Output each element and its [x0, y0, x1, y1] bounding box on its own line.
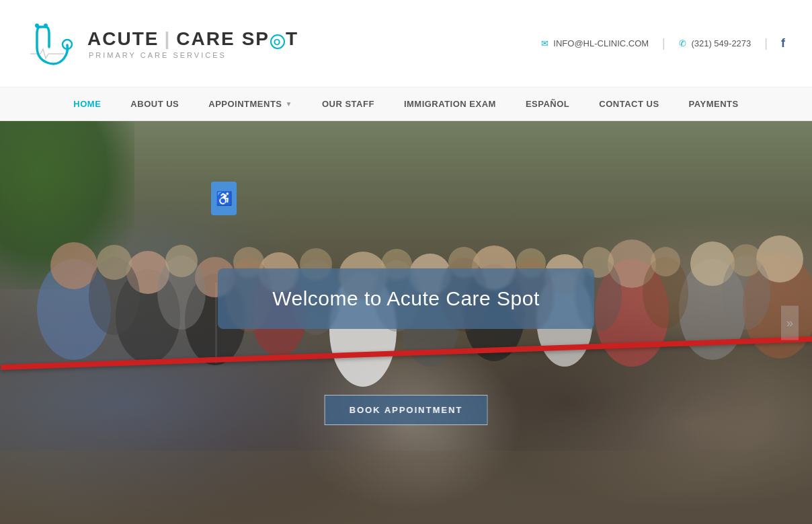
- slider-next-arrow[interactable]: »: [781, 305, 799, 340]
- logo-divider: |: [164, 28, 171, 50]
- nav-item-home[interactable]: HOME: [58, 87, 116, 121]
- site-header: ACUTE | CARE SPOT PRIMARY CARE SERVICES …: [0, 0, 812, 87]
- nav-item-immigration[interactable]: IMMIGRATION EXAM: [389, 87, 511, 121]
- logo-text: ACUTE | CARE SPOT PRIMARY CARE SERVICES: [87, 28, 298, 59]
- phone-icon: ✆: [679, 38, 686, 48]
- nav-label-immigration: IMMIGRATION EXAM: [404, 99, 496, 109]
- appointments-dropdown-arrow: ▼: [286, 100, 292, 108]
- svg-point-45: [730, 244, 762, 276]
- logo-acute: ACUTE: [87, 28, 159, 50]
- welcome-title: Welcome to Acute Care Spot: [258, 287, 554, 310]
- nav-label-espanol: ESPAÑOL: [526, 99, 569, 109]
- handicap-sign: ♿: [211, 182, 237, 215]
- handicap-icon: ♿: [216, 190, 233, 207]
- nav-item-contact[interactable]: CONTACT US: [584, 87, 674, 121]
- email-contact[interactable]: ✉ INFO@HL-CLINIC.COM: [541, 38, 649, 48]
- nav-item-espanol[interactable]: ESPAÑOL: [511, 87, 584, 121]
- nav-label-appointments: APPOINTMENTS: [208, 99, 282, 109]
- hero-section: ♿: [0, 121, 812, 524]
- svg-point-29: [165, 245, 198, 277]
- logo-brand-name: ACUTE | CARE SPOT: [87, 28, 298, 50]
- svg-point-27: [97, 245, 132, 280]
- nav-item-staff[interactable]: OUR STAFF: [307, 87, 389, 121]
- stethoscope-icon: [27, 17, 81, 71]
- nav-label-contact: CONTACT US: [599, 99, 659, 109]
- book-appointment-button[interactable]: BOOK APPOINTMENT: [325, 395, 488, 425]
- svg-point-1: [35, 24, 39, 28]
- phone-contact[interactable]: ✆ (321) 549-2273: [679, 38, 752, 48]
- nav-item-payments[interactable]: PAYMENTS: [674, 87, 754, 121]
- header-divider: |: [662, 36, 665, 50]
- spot-o-letter: O: [270, 34, 285, 49]
- nav-label-about: ABOUT US: [130, 99, 179, 109]
- main-nav: HOME ABOUT US APPOINTMENTS ▼ OUR STAFF I…: [0, 87, 812, 121]
- book-button-container: BOOK APPOINTMENT: [325, 395, 488, 425]
- nav-item-appointments[interactable]: APPOINTMENTS ▼: [194, 87, 307, 121]
- nav-item-about[interactable]: ABOUT US: [116, 87, 194, 121]
- nav-label-staff: OUR STAFF: [322, 99, 374, 109]
- email-icon: ✉: [541, 38, 549, 48]
- header-contact-info: ✉ INFO@HL-CLINIC.COM | ✆ (321) 549-2273 …: [541, 36, 785, 50]
- nav-label-payments: PAYMENTS: [689, 99, 739, 109]
- facebook-icon[interactable]: f: [781, 36, 785, 50]
- nav-label-home: HOME: [73, 99, 101, 109]
- logo-subtitle: PRIMARY CARE SERVICES: [89, 51, 298, 59]
- phone-number: (321) 549-2273: [691, 38, 751, 48]
- header-divider-2: |: [764, 36, 768, 50]
- welcome-box: Welcome to Acute Care Spot: [218, 268, 594, 329]
- logo-spot: SPOT: [242, 28, 298, 50]
- handicap-sign-area: ♿: [211, 182, 237, 215]
- svg-point-2: [44, 24, 48, 28]
- logo-care: CARE: [176, 28, 235, 50]
- svg-rect-46: [0, 451, 812, 524]
- svg-point-43: [651, 247, 680, 276]
- logo[interactable]: ACUTE | CARE SPOT PRIMARY CARE SERVICES: [27, 17, 298, 71]
- email-address: INFO@HL-CLINIC.COM: [553, 38, 649, 48]
